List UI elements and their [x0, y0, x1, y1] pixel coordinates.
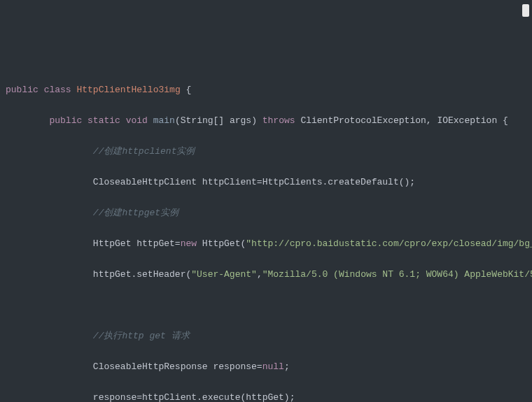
code-line: response=httpClient.execute(httpGet); — [6, 390, 532, 402]
keyword-class: class — [44, 85, 71, 95]
params: (String[] args) — [175, 115, 257, 126]
statement: ; — [284, 361, 290, 372]
string-literal: "Mozilla/5.0 (Windows NT 6.1; WOW64) App… — [262, 269, 532, 280]
code-line — [6, 298, 532, 313]
keyword-static: static — [88, 115, 120, 126]
string-literal: "User-Agent" — [191, 269, 257, 280]
class-name: HttpClientHello3img — [76, 85, 180, 95]
indent — [6, 300, 93, 310]
statement: httpGet.setHeader( — [93, 269, 191, 280]
code-line: public static void main(String[] args) t… — [6, 113, 532, 129]
statement: CloseableHttpClient httpClient=HttpClien… — [93, 177, 415, 187]
indent — [6, 331, 93, 341]
indent — [6, 269, 93, 280]
brace: { — [181, 85, 192, 95]
method-name: main — [153, 115, 175, 126]
statement: HttpGet( — [197, 238, 246, 249]
indent — [6, 115, 49, 126]
indent — [6, 208, 93, 218]
indent — [6, 238, 93, 249]
exceptions: ClientProtocolException, IOException { — [295, 115, 508, 126]
keyword-new: new — [181, 238, 197, 249]
indent — [6, 361, 93, 372]
comment: //创建httpclient实例 — [93, 146, 195, 157]
keyword-throws: throws — [262, 115, 295, 126]
indent — [6, 177, 93, 187]
code-line: //创建httpget实例 — [6, 206, 532, 221]
comment: //执行http get 请求 — [93, 331, 190, 341]
indent — [6, 392, 93, 402]
keyword-null: null — [262, 361, 284, 372]
statement: CloseableHttpResponse response= — [93, 361, 262, 372]
code-line: public class HttpClientHello3img { — [6, 82, 532, 98]
code-line: //执行http get 请求 — [6, 329, 532, 344]
statement: , — [257, 269, 262, 280]
statement: HttpGet httpGet= — [93, 238, 181, 249]
statement: response=httpClient.execute(httpGet); — [93, 392, 295, 402]
keyword-public: public — [6, 85, 38, 95]
string-literal: "http://cpro.baidustatic.com/cpro/exp/cl… — [246, 238, 532, 249]
code-line: CloseableHttpResponse response=null; — [6, 359, 532, 375]
scrollbar-thumb[interactable] — [522, 4, 529, 17]
keyword-void: void — [126, 115, 148, 126]
code-line: CloseableHttpClient httpClient=HttpClien… — [6, 175, 532, 190]
indent — [6, 146, 93, 157]
code-line: httpGet.setHeader("User-Agent","Mozilla/… — [6, 267, 532, 282]
keyword-public: public — [49, 115, 82, 126]
code-line: //创建httpclient实例 — [6, 144, 532, 159]
code-editor[interactable]: public class HttpClientHello3img { publi… — [6, 67, 532, 402]
comment: //创建httpget实例 — [93, 208, 178, 218]
code-line: HttpGet httpGet=new HttpGet("http://cpro… — [6, 236, 532, 252]
